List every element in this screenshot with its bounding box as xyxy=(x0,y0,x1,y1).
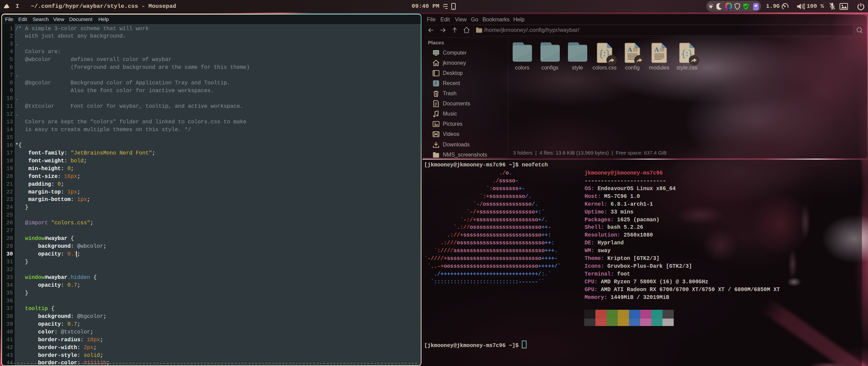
svg-text:A: A xyxy=(654,46,659,53)
svg-text:A: A xyxy=(628,46,632,53)
